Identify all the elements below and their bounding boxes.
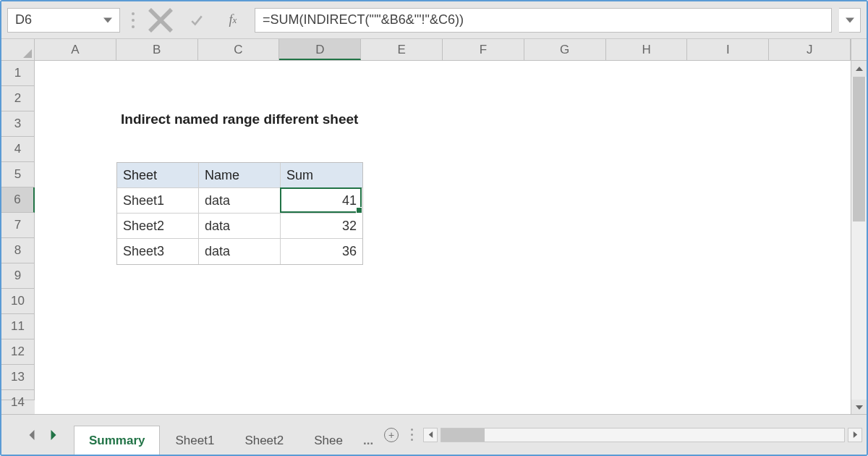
col-header[interactable]: F: [443, 39, 524, 60]
formula-text: =SUM(INDIRECT("'"&B6&"'!"&C6)): [263, 12, 464, 28]
sheet-tabs: Summary Sheet1 Sheet2 Shee ...: [74, 415, 378, 455]
row-header-selected[interactable]: 6: [1, 187, 35, 213]
cell-sum[interactable]: 32: [281, 214, 362, 239]
row-header[interactable]: 1: [1, 61, 35, 86]
tab-overflow[interactable]: ...: [358, 426, 378, 455]
col-header[interactable]: E: [361, 39, 443, 60]
formula-input[interactable]: =SUM(INDIRECT("'"&B6&"'!"&C6)): [255, 8, 832, 33]
tab-nav-next-icon[interactable]: [49, 430, 58, 440]
col-header[interactable]: J: [769, 39, 851, 60]
scroll-thumb[interactable]: [853, 77, 865, 221]
plus-icon: +: [384, 428, 399, 442]
row-header[interactable]: 5: [1, 162, 35, 187]
scroll-thumb[interactable]: [441, 428, 485, 442]
data-table: Sheet Name Sum Sheet1 data 41 Sheet2 dat…: [116, 162, 363, 265]
separator-dots-icon: [132, 12, 135, 28]
table-row: Sheet1 data 41: [117, 188, 362, 214]
col-header[interactable]: I: [687, 39, 769, 60]
cell-sheet[interactable]: Sheet3: [117, 239, 199, 264]
chevron-down-icon: [103, 16, 112, 25]
tab-sheet3[interactable]: Shee: [299, 426, 358, 455]
tab-nav-buttons: [1, 415, 74, 455]
row-headers: 1 2 3 4 5 6 7 8 9 10 11 12 13 14: [1, 61, 35, 415]
new-sheet-button[interactable]: +: [378, 415, 404, 455]
page-title: Indirect named range different sheet: [121, 111, 358, 127]
enter-icon: [182, 8, 211, 33]
table-header[interactable]: Name: [199, 163, 281, 188]
cell-sum[interactable]: 41: [281, 188, 362, 214]
row-header[interactable]: 2: [1, 86, 35, 111]
scroll-gutter: [851, 39, 867, 60]
row-header[interactable]: 13: [1, 365, 35, 390]
insert-function-button[interactable]: fx: [218, 8, 247, 33]
cell-sheet[interactable]: Sheet2: [117, 214, 199, 239]
cell-name[interactable]: data: [199, 188, 281, 214]
cell-name[interactable]: data: [199, 214, 281, 239]
col-header[interactable]: G: [524, 39, 606, 60]
scroll-track[interactable]: [851, 77, 867, 400]
col-header[interactable]: C: [198, 39, 280, 60]
tab-summary[interactable]: Summary: [74, 426, 160, 455]
scroll-left-button[interactable]: [423, 428, 438, 442]
col-header[interactable]: B: [116, 39, 198, 60]
separator-dots-icon: [404, 415, 419, 455]
table-header[interactable]: Sheet: [117, 163, 199, 188]
scroll-right-button[interactable]: [848, 428, 862, 442]
cell-sheet[interactable]: Sheet1: [117, 188, 199, 214]
scroll-down-button[interactable]: [851, 400, 867, 415]
cell-sum[interactable]: 36: [281, 239, 362, 264]
name-box-value: D6: [15, 12, 32, 28]
table-row: Sheet2 data 32: [117, 214, 362, 239]
formula-bar: D6 fx =SUM(INDIRECT("'"&B6&"'!"&C6)): [1, 1, 867, 39]
expand-formula-bar-button[interactable]: [839, 8, 861, 33]
row-header[interactable]: 9: [1, 263, 35, 289]
tab-nav-prev-icon[interactable]: [27, 430, 36, 440]
column-headers: A B C D E F G H I J: [1, 39, 867, 61]
table-row: Sheet3 data 36: [117, 239, 362, 264]
row-header[interactable]: 8: [1, 238, 35, 263]
row-header[interactable]: 11: [1, 314, 35, 339]
row-header[interactable]: 3: [1, 111, 35, 137]
row-header[interactable]: 12: [1, 339, 35, 365]
table-header[interactable]: Sum: [281, 163, 362, 188]
col-header-selected[interactable]: D: [279, 39, 361, 60]
row-header[interactable]: 7: [1, 213, 35, 238]
row-header[interactable]: 4: [1, 137, 35, 162]
horizontal-scrollbar[interactable]: [419, 415, 867, 455]
name-box[interactable]: D6: [7, 8, 120, 33]
select-all-corner[interactable]: [1, 39, 35, 60]
row-header[interactable]: 10: [1, 289, 35, 314]
tab-sheet1[interactable]: Sheet1: [160, 426, 229, 455]
scroll-track[interactable]: [441, 428, 845, 442]
cancel-icon: [146, 8, 175, 33]
col-header[interactable]: H: [606, 39, 688, 60]
col-header[interactable]: A: [35, 39, 116, 60]
scroll-up-button[interactable]: [851, 61, 867, 77]
cell-name[interactable]: data: [199, 239, 281, 264]
worksheet-grid: 1 2 3 4 5 6 7 8 9 10 11 12 13 14 Indirec…: [1, 61, 867, 415]
vertical-scrollbar[interactable]: [851, 61, 867, 415]
tab-sheet2[interactable]: Sheet2: [229, 426, 299, 455]
cells-region[interactable]: Indirect named range different sheet She…: [35, 61, 851, 415]
sheet-tab-bar: Summary Sheet1 Sheet2 Shee ... +: [1, 414, 867, 455]
row-header[interactable]: 14: [1, 390, 35, 400]
